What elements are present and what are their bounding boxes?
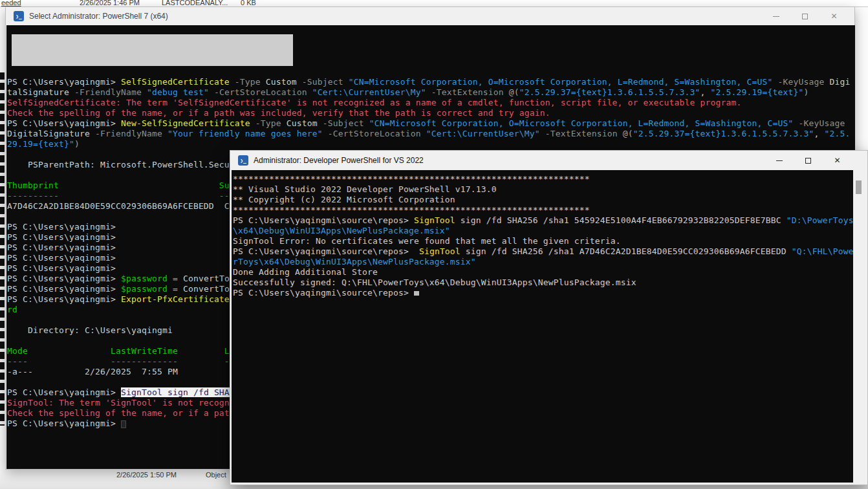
text-segment: PS C:\Users\yaqingmi>	[7, 284, 121, 294]
text-segment: -CertStoreLocation	[209, 87, 312, 97]
text-segment: Directory: C:\Users\yaqingmi	[7, 325, 173, 335]
text-segment: PS C:\Users\yaqingmi>	[7, 232, 121, 242]
text-segment: sign /fd SHA256 /sha1 A7D46C2A2D1BE84D0E…	[461, 246, 792, 256]
file-size: 0 KB	[241, 0, 256, 6]
text-segment: SignTool	[419, 246, 461, 256]
text-segment: PS C:\Users\yaqingmi>	[7, 263, 121, 273]
text-segment: "CN=Microsoft Corporation, O=Microsoft C…	[369, 118, 794, 128]
terminal-line: Done Adding Additional Store	[233, 267, 853, 277]
text-segment: -CertStoreLocation	[323, 129, 426, 138]
text-segment: -FriendlyName	[90, 129, 168, 138]
text-segment: Check the spelling of the name, or if a …	[7, 408, 235, 418]
minimize-icon	[773, 16, 779, 17]
text-segment: "Cert:\CurrentUser\My"	[312, 87, 426, 97]
terminal-line: ****************************************…	[233, 205, 853, 215]
file-type-fragment: Object	[206, 471, 226, 479]
text-segment: ****************************************…	[233, 174, 590, 184]
scrollbar[interactable]	[853, 170, 864, 483]
maximize-icon	[805, 158, 811, 164]
terminal-line: PS C:\Users\yaqingmi\source\repos> SignT…	[233, 215, 853, 226]
terminal-line: PS C:\Users\yaqingmi\source\repos>	[233, 288, 853, 298]
text-segment: SelfSignedCertificate	[121, 77, 230, 87]
text-segment: -Type	[230, 77, 266, 87]
text-segment: "2.5.29.37={text}1.3.6.1.5.5.7.3.3"	[633, 129, 814, 138]
terminal-line: PS C:\Users\yaqingmi\source\repos> SignT…	[233, 246, 853, 257]
titlebar[interactable]: ❯_ Select Administrator: PowerShell 7 (x…	[6, 7, 854, 25]
text-segment: $password	[121, 284, 168, 294]
titlebar[interactable]: ❯_ Administrator: Developer PowerShell f…	[230, 151, 867, 170]
text-segment: Custom	[287, 118, 318, 128]
text-segment: )	[804, 87, 809, 97]
text-segment: "2.5.29.19={text}"	[711, 87, 804, 97]
close-button[interactable]: ✕	[819, 7, 849, 25]
text-segment: -a--- 2/26/2025 7:55 PM	[7, 367, 178, 376]
text-segment: "2.5.	[825, 129, 851, 138]
terminal-line: DigitalSignature -FriendlyName "Your fri…	[7, 129, 855, 139]
text-segment: SignTool: The term 'SignTool' is not rec…	[7, 398, 235, 408]
window-title: Administrator: Developer PowerShell for …	[254, 156, 424, 165]
text-segment: SignTool sign /fd SHA2	[121, 387, 235, 397]
text-segment: PS C:\Users\yaqingmi>	[7, 222, 121, 232]
text-segment: PS C:\Users\yaqingmi>	[7, 253, 121, 263]
minimize-button[interactable]	[765, 151, 794, 170]
text-segment: \x64\Debug\WinUI3Apps\NewPlusPackage.msi…	[233, 226, 450, 235]
terminal-line: PS C:\Users\yaqingmi> New-SelfSignedCert…	[7, 118, 855, 129]
cursor	[414, 291, 419, 296]
text-segment: PSParentPath: Microsoft.PowerShell.Secur…	[7, 160, 240, 169]
terminal-line: Check the spelling of the name, or if a …	[7, 108, 855, 118]
text-segment: "2.5.29.37={text}1.3.6.1.5.5.7.3.3"	[519, 87, 700, 97]
text-segment: PS C:\Users\yaqingmi>	[7, 243, 121, 252]
text-segment: $password	[121, 274, 168, 283]
minimize-button[interactable]	[761, 7, 790, 25]
text-segment: )	[74, 139, 80, 149]
text-segment: @(	[509, 87, 519, 97]
text-segment: ,	[814, 129, 825, 138]
scrollbar-thumb[interactable]	[856, 180, 862, 194]
file-name-fragment: eeded	[1, 0, 21, 6]
text-segment: PS C:\Users\yaqingmi\source\repos>	[233, 288, 414, 298]
terminal-line: SignTool Error: No certificates were fou…	[233, 236, 853, 246]
update-notice-box	[12, 34, 293, 66]
file-date: 2/26/2025 1:50 PM	[116, 471, 177, 479]
text-segment: ---------- --	[7, 191, 230, 201]
text-segment: Check the spelling of the name, or if a …	[7, 108, 550, 118]
terminal-line: \x64\Debug\WinUI3Apps\NewPlusPackage.msi…	[233, 226, 853, 236]
terminal-line: ** Copyright (c) 2022 Microsoft Corporat…	[233, 195, 853, 205]
maximize-button[interactable]	[794, 151, 823, 170]
text-segment: "Q:\FHL\Powe	[792, 246, 853, 256]
text-segment: Export-PfxCertificate	[121, 294, 235, 304]
text-segment: PS C:\Users\yaqingmi>	[7, 418, 121, 428]
maximize-icon	[802, 14, 808, 19]
text-segment: talSignature	[7, 87, 69, 97]
text-segment: "Cert:\CurrentUser\My"	[426, 129, 540, 138]
file-date: 2/26/2025 1:46 PM	[80, 0, 140, 6]
terminal-line: 29.19={text}")	[7, 139, 855, 149]
occluded-window-sliver	[0, 72, 5, 426]
text-segment: PS C:\Users\yaqingmi>	[7, 77, 121, 87]
text-segment: -Subject	[318, 118, 369, 128]
powershell-icon: ❯_	[238, 155, 248, 166]
terminal-line: SelfSignedCertificate: The term 'SelfSig…	[7, 98, 855, 108]
terminal-content[interactable]: ****************************************…	[232, 170, 853, 483]
text-segment: New-SelfSignedCertificate	[121, 118, 250, 128]
text-segment: 29.19={text}"	[7, 139, 74, 149]
text-segment: ** Copyright (c) 2022 Microsoft Corporat…	[233, 195, 455, 204]
text-segment: Done Adding Additional Store	[233, 267, 378, 277]
text-segment: rd	[7, 305, 17, 314]
terminal-line: talSignature -FriendlyName "debug test" …	[7, 87, 855, 98]
text-segment: Custom	[266, 77, 297, 87]
terminal-line	[7, 67, 855, 77]
text-segment: rToys\x64\Debug\WinUI3Apps\NewPlusPackag…	[233, 257, 476, 266]
text-segment: sign /fd SHA256 /sha1 545924E5100A4F4EB6…	[455, 215, 787, 225]
close-button[interactable]: ✕	[823, 151, 852, 170]
text-segment: Digi	[830, 77, 851, 87]
text-segment: PS C:\Users\yaqingmi>	[7, 294, 121, 304]
text-segment: PS C:\Users\yaqingmi>	[7, 274, 121, 283]
text-segment: ---- ------------- -	[7, 356, 230, 366]
terminal-line: Successfully signed: Q:\FHL\PowerToys\x6…	[233, 277, 853, 288]
window-developer-powershell: ❯_ Administrator: Developer PowerShell f…	[230, 150, 868, 485]
maximize-button[interactable]	[790, 7, 819, 25]
text-segment: ****************************************…	[233, 205, 590, 215]
text-segment: =	[168, 274, 183, 283]
text-segment: "debug test"	[147, 87, 209, 97]
